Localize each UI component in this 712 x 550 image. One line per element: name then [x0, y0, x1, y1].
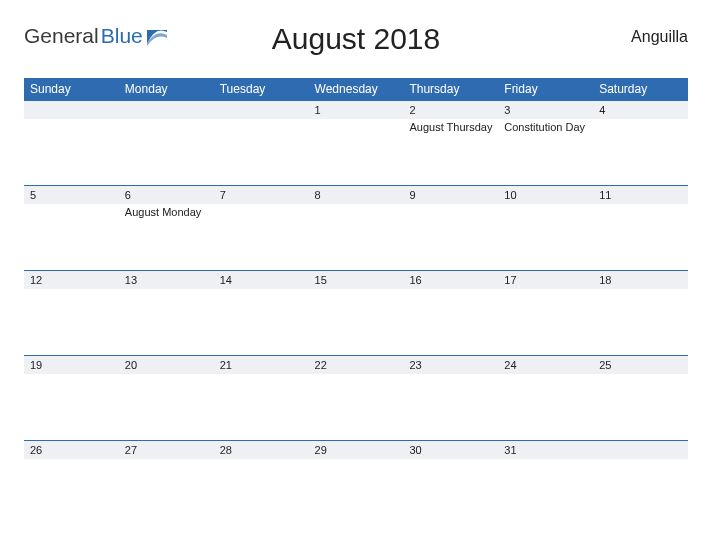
day-event — [214, 459, 309, 461]
day-event — [403, 374, 498, 376]
day-cell: 21 — [214, 356, 309, 440]
day-cell: 7 — [214, 186, 309, 270]
dow-monday: Monday — [119, 82, 214, 96]
calendar: Sunday Monday Tuesday Wednesday Thursday… — [24, 78, 688, 525]
day-cell: 28 — [214, 441, 309, 525]
day-number: 28 — [214, 441, 309, 459]
day-number: 26 — [24, 441, 119, 459]
day-cell: 25 — [593, 356, 688, 440]
day-number: 6 — [119, 186, 214, 204]
day-number: 9 — [403, 186, 498, 204]
dow-wednesday: Wednesday — [309, 82, 404, 96]
day-number: 25 — [593, 356, 688, 374]
day-cell — [214, 101, 309, 185]
day-event — [593, 374, 688, 376]
day-cell: 8 — [309, 186, 404, 270]
day-cell: 30 — [403, 441, 498, 525]
day-cell — [24, 101, 119, 185]
day-number — [24, 101, 119, 119]
day-cell: 9 — [403, 186, 498, 270]
day-event — [24, 374, 119, 376]
week-row: 1 2August Thursday 3Constitution Day 4 — [24, 100, 688, 185]
week-row: 12 13 14 15 16 17 18 — [24, 270, 688, 355]
day-number: 10 — [498, 186, 593, 204]
day-event: August Thursday — [403, 119, 498, 134]
day-event — [498, 204, 593, 206]
day-event — [119, 374, 214, 376]
day-cell: 11 — [593, 186, 688, 270]
day-cell: 4 — [593, 101, 688, 185]
day-cell: 13 — [119, 271, 214, 355]
day-event — [24, 289, 119, 291]
day-cell: 6August Monday — [119, 186, 214, 270]
day-event — [403, 459, 498, 461]
dow-sunday: Sunday — [24, 82, 119, 96]
day-cell: 27 — [119, 441, 214, 525]
day-number: 12 — [24, 271, 119, 289]
day-number: 13 — [119, 271, 214, 289]
day-event — [214, 289, 309, 291]
day-number: 7 — [214, 186, 309, 204]
day-event — [498, 374, 593, 376]
dow-saturday: Saturday — [593, 82, 688, 96]
day-number: 21 — [214, 356, 309, 374]
dow-header: Sunday Monday Tuesday Wednesday Thursday… — [24, 78, 688, 100]
day-cell: 16 — [403, 271, 498, 355]
day-number: 14 — [214, 271, 309, 289]
day-cell: 23 — [403, 356, 498, 440]
day-cell: 20 — [119, 356, 214, 440]
day-cell — [593, 441, 688, 525]
day-event — [593, 289, 688, 291]
dow-thursday: Thursday — [403, 82, 498, 96]
day-event — [593, 204, 688, 206]
day-cell: 22 — [309, 356, 404, 440]
day-number: 16 — [403, 271, 498, 289]
day-event — [593, 119, 688, 121]
day-event — [309, 374, 404, 376]
day-cell: 31 — [498, 441, 593, 525]
day-number: 15 — [309, 271, 404, 289]
day-event — [214, 119, 309, 121]
day-cell: 14 — [214, 271, 309, 355]
day-event — [119, 289, 214, 291]
day-number: 11 — [593, 186, 688, 204]
day-number: 17 — [498, 271, 593, 289]
week-row: 19 20 21 22 23 24 25 — [24, 355, 688, 440]
day-number: 20 — [119, 356, 214, 374]
week-row: 26 27 28 29 30 31 — [24, 440, 688, 525]
day-cell: 18 — [593, 271, 688, 355]
day-event — [119, 119, 214, 121]
day-event — [309, 289, 404, 291]
day-event: Constitution Day — [498, 119, 593, 134]
day-number — [593, 441, 688, 459]
day-event — [498, 459, 593, 461]
day-cell: 29 — [309, 441, 404, 525]
day-number: 3 — [498, 101, 593, 119]
page-title: August 2018 — [24, 22, 688, 56]
day-number: 4 — [593, 101, 688, 119]
day-cell: 3Constitution Day — [498, 101, 593, 185]
header: GeneralBlue August 2018 Anguilla — [24, 18, 688, 74]
day-cell: 1 — [309, 101, 404, 185]
day-number: 2 — [403, 101, 498, 119]
day-number: 23 — [403, 356, 498, 374]
day-event — [309, 119, 404, 121]
day-cell: 10 — [498, 186, 593, 270]
day-event — [498, 289, 593, 291]
day-number: 8 — [309, 186, 404, 204]
day-number — [214, 101, 309, 119]
day-cell: 15 — [309, 271, 404, 355]
day-number — [119, 101, 214, 119]
day-event — [403, 289, 498, 291]
dow-tuesday: Tuesday — [214, 82, 309, 96]
dow-friday: Friday — [498, 82, 593, 96]
day-event — [593, 459, 688, 461]
day-number: 27 — [119, 441, 214, 459]
day-number: 1 — [309, 101, 404, 119]
day-event — [119, 459, 214, 461]
week-row: 5 6August Monday 7 8 9 10 11 — [24, 185, 688, 270]
day-cell: 5 — [24, 186, 119, 270]
day-number: 30 — [403, 441, 498, 459]
day-event — [24, 119, 119, 121]
day-number: 18 — [593, 271, 688, 289]
